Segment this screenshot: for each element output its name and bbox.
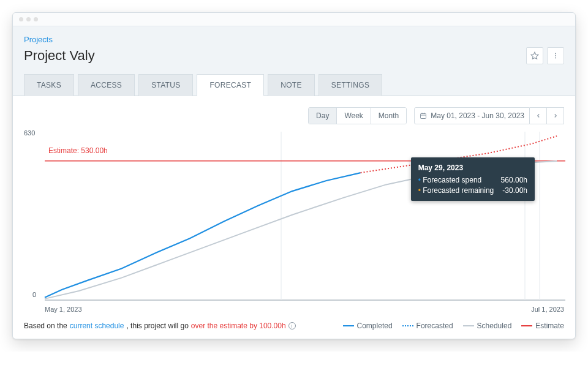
legend-estimate: Estimate	[521, 322, 564, 330]
chevron-left-icon	[535, 113, 541, 119]
x-axis-end: Jul 1, 2023	[531, 306, 564, 313]
estimate-line-label: Estimate: 530.00h	[48, 146, 108, 155]
tooltip-row: Forecasted spend560.00h	[418, 176, 527, 184]
page-title: Project Valy	[24, 48, 95, 64]
window-dot	[26, 17, 31, 21]
legend: CompletedForecastedScheduledEstimate	[343, 322, 564, 330]
info-icon[interactable]: i	[288, 322, 296, 329]
y-axis-max: 630	[24, 129, 35, 137]
tab-tasks[interactable]: TASKS	[24, 74, 74, 96]
y-axis-min: 0	[32, 291, 36, 298]
forecast-summary: Based on the current schedule , this pro…	[24, 322, 296, 330]
tabs: TASKSACCESSSTATUSFORECASTNOTESETTINGS	[13, 64, 575, 96]
more-button[interactable]	[547, 47, 564, 64]
date-range-picker[interactable]: May 01, 2023 - Jun 30, 2023	[414, 107, 530, 124]
favorite-button[interactable]	[526, 47, 543, 64]
svg-point-2	[555, 55, 556, 56]
legend-scheduled: Scheduled	[463, 322, 512, 330]
kebab-icon	[552, 51, 559, 60]
over-estimate-text: over the estimate by 100.00h	[191, 322, 286, 330]
tab-settings[interactable]: SETTINGS	[318, 74, 382, 96]
page-header: Projects Project Valy	[13, 26, 575, 64]
legend-completed: Completed	[343, 322, 393, 330]
svg-marker-0	[531, 52, 538, 59]
app-window: Projects Project Valy TASKSACCESSSTATUSF…	[12, 12, 576, 339]
tooltip-date: May 29, 2023	[418, 164, 527, 172]
controls-row: DayWeekMonth May 01, 2023 - Jun 30, 2023	[24, 107, 564, 124]
granularity-segmented: DayWeekMonth	[308, 107, 407, 124]
chevron-right-icon	[552, 113, 559, 119]
svg-rect-4	[421, 114, 426, 119]
tooltip-row: Forecasted remaining-30.00h	[418, 186, 527, 195]
forecast-panel: DayWeekMonth May 01, 2023 - Jun 30, 2023…	[13, 96, 575, 339]
svg-point-3	[555, 58, 556, 59]
granularity-day[interactable]: Day	[309, 108, 337, 124]
breadcrumb[interactable]: Projects	[24, 35, 53, 44]
next-range-button[interactable]	[547, 107, 564, 124]
calendar-icon	[420, 112, 427, 119]
current-schedule-link[interactable]: current schedule	[70, 322, 124, 330]
tab-note[interactable]: NOTE	[268, 74, 315, 96]
window-dot	[34, 17, 38, 21]
window-dot	[19, 17, 23, 21]
granularity-month[interactable]: Month	[371, 108, 406, 124]
prev-range-button[interactable]	[530, 107, 547, 124]
tab-access[interactable]: ACCESS	[78, 74, 135, 96]
tab-forecast[interactable]: FORECAST	[197, 74, 264, 96]
chart-footer: Based on the current schedule , this pro…	[24, 322, 564, 330]
tab-status[interactable]: STATUS	[138, 74, 193, 96]
legend-forecasted: Forecasted	[402, 322, 453, 330]
granularity-week[interactable]: Week	[337, 108, 371, 124]
forecast-chart[interactable]: 630 Estimate: 530.00h 0 May 1, 2023 Jul …	[24, 132, 564, 313]
titlebar	[13, 13, 575, 26]
x-axis-start: May 1, 2023	[45, 306, 82, 313]
svg-point-1	[555, 53, 556, 55]
hover-tooltip: May 29, 2023 Forecasted spend560.00hFore…	[411, 157, 535, 201]
star-icon	[530, 51, 539, 60]
date-range-label: May 01, 2023 - Jun 30, 2023	[431, 111, 524, 120]
